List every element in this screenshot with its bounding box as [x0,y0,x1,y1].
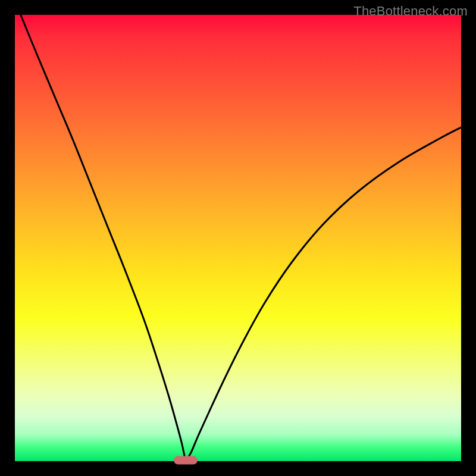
curve-left-branch [21,15,186,461]
minimum-marker [174,456,198,465]
curve-right-branch [186,127,461,461]
curve-layer [15,15,461,461]
watermark-text: TheBottleneck.com [353,4,468,19]
chart-plot-area [15,15,461,461]
